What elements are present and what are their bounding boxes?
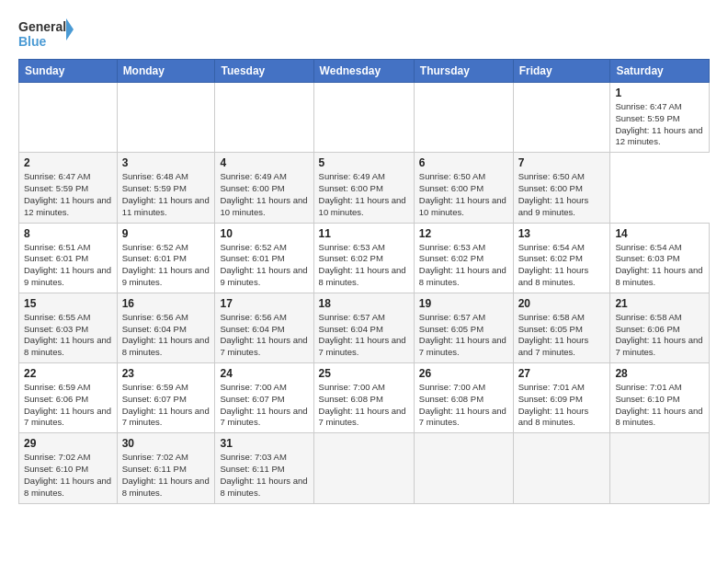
- day-number: 16: [122, 297, 210, 310]
- calendar-cell: [313, 83, 414, 153]
- day-info: Sunrise: 6:53 AMSunset: 6:02 PMDaylight:…: [419, 242, 508, 289]
- day-number: 17: [220, 297, 308, 310]
- calendar-cell: 12Sunrise: 6:53 AMSunset: 6:02 PMDayligh…: [414, 223, 513, 293]
- page: GeneralBlue SundayMondayTuesdayWednesday…: [0, 0, 728, 563]
- day-info: Sunrise: 6:59 AMSunset: 6:06 PMDaylight:…: [24, 382, 112, 429]
- svg-text:General: General: [18, 19, 66, 34]
- day-number: 2: [24, 156, 112, 169]
- calendar-cell: 5Sunrise: 6:49 AMSunset: 6:00 PMDaylight…: [313, 153, 414, 223]
- day-info: Sunrise: 7:02 AMSunset: 6:11 PMDaylight:…: [122, 452, 210, 499]
- calendar-week-row: 2Sunrise: 6:47 AMSunset: 5:59 PMDaylight…: [19, 153, 710, 223]
- calendar-cell: [513, 83, 610, 153]
- day-number: 3: [122, 156, 210, 169]
- day-number: 27: [518, 367, 606, 380]
- svg-text:Blue: Blue: [18, 34, 47, 49]
- calendar-cell: 26Sunrise: 7:00 AMSunset: 6:08 PMDayligh…: [414, 363, 513, 433]
- day-number: 28: [615, 367, 704, 380]
- day-number: 5: [319, 156, 409, 169]
- calendar-cell: 20Sunrise: 6:58 AMSunset: 6:05 PMDayligh…: [513, 293, 610, 362]
- day-number: 21: [615, 297, 704, 310]
- day-number: 25: [319, 367, 409, 380]
- day-number: 26: [419, 367, 508, 380]
- day-info: Sunrise: 6:47 AMSunset: 5:59 PMDaylight:…: [615, 101, 704, 148]
- day-info: Sunrise: 6:48 AMSunset: 5:59 PMDaylight:…: [122, 171, 210, 218]
- calendar-cell: 10Sunrise: 6:52 AMSunset: 6:01 PMDayligh…: [215, 223, 313, 293]
- weekday-header-tuesday: Tuesday: [215, 60, 313, 83]
- day-number: 10: [220, 227, 308, 240]
- calendar-cell: [215, 83, 313, 153]
- day-info: Sunrise: 6:51 AMSunset: 6:01 PMDaylight:…: [24, 242, 112, 289]
- day-info: Sunrise: 6:49 AMSunset: 6:00 PMDaylight:…: [319, 171, 409, 218]
- calendar-header-row: SundayMondayTuesdayWednesdayThursdayFrid…: [19, 60, 710, 83]
- day-number: 20: [518, 297, 606, 310]
- day-info: Sunrise: 6:54 AMSunset: 6:03 PMDaylight:…: [615, 242, 704, 289]
- weekday-header-thursday: Thursday: [414, 60, 513, 83]
- day-number: 1: [615, 86, 704, 99]
- calendar-cell: 15Sunrise: 6:55 AMSunset: 6:03 PMDayligh…: [19, 293, 118, 362]
- calendar-cell: 27Sunrise: 7:01 AMSunset: 6:09 PMDayligh…: [513, 363, 610, 433]
- day-info: Sunrise: 7:02 AMSunset: 6:10 PMDaylight:…: [24, 452, 112, 499]
- calendar-cell: 16Sunrise: 6:56 AMSunset: 6:04 PMDayligh…: [117, 293, 215, 362]
- header: GeneralBlue: [18, 17, 710, 50]
- calendar-cell: 3Sunrise: 6:48 AMSunset: 5:59 PMDaylight…: [117, 153, 215, 223]
- calendar-cell: 30Sunrise: 7:02 AMSunset: 6:11 PMDayligh…: [117, 433, 215, 503]
- calendar-cell: 18Sunrise: 6:57 AMSunset: 6:04 PMDayligh…: [313, 293, 414, 362]
- day-info: Sunrise: 7:01 AMSunset: 6:09 PMDaylight:…: [518, 382, 606, 429]
- day-info: Sunrise: 6:55 AMSunset: 6:03 PMDaylight:…: [24, 312, 112, 359]
- calendar-cell: 6Sunrise: 6:50 AMSunset: 6:00 PMDaylight…: [414, 153, 513, 223]
- weekday-header-monday: Monday: [117, 60, 215, 83]
- calendar-cell: 19Sunrise: 6:57 AMSunset: 6:05 PMDayligh…: [414, 293, 513, 362]
- day-info: Sunrise: 6:59 AMSunset: 6:07 PMDaylight:…: [122, 382, 210, 429]
- day-info: Sunrise: 7:03 AMSunset: 6:11 PMDaylight:…: [220, 452, 308, 499]
- calendar-cell: [19, 83, 118, 153]
- day-number: 9: [122, 227, 210, 240]
- day-info: Sunrise: 6:57 AMSunset: 6:05 PMDaylight:…: [419, 312, 508, 359]
- calendar-body: 1Sunrise: 6:47 AMSunset: 5:59 PMDaylight…: [19, 83, 710, 504]
- calendar-week-row: 22Sunrise: 6:59 AMSunset: 6:06 PMDayligh…: [19, 363, 710, 433]
- calendar-cell: 23Sunrise: 6:59 AMSunset: 6:07 PMDayligh…: [117, 363, 215, 433]
- day-info: Sunrise: 7:01 AMSunset: 6:10 PMDaylight:…: [615, 382, 704, 429]
- day-info: Sunrise: 6:52 AMSunset: 6:01 PMDaylight:…: [220, 242, 308, 289]
- day-number: 19: [419, 297, 508, 310]
- day-number: 4: [220, 156, 308, 169]
- calendar-cell: 25Sunrise: 7:00 AMSunset: 6:08 PMDayligh…: [313, 363, 414, 433]
- calendar-cell: [414, 433, 513, 503]
- calendar-cell: 22Sunrise: 6:59 AMSunset: 6:06 PMDayligh…: [19, 363, 118, 433]
- day-number: 8: [24, 227, 112, 240]
- day-info: Sunrise: 7:00 AMSunset: 6:07 PMDaylight:…: [220, 382, 308, 429]
- logo: GeneralBlue: [18, 17, 74, 50]
- day-number: 6: [419, 156, 508, 169]
- day-number: 14: [615, 227, 704, 240]
- day-number: 13: [518, 227, 606, 240]
- day-info: Sunrise: 6:53 AMSunset: 6:02 PMDaylight:…: [319, 242, 409, 289]
- calendar-cell: 2Sunrise: 6:47 AMSunset: 5:59 PMDaylight…: [19, 153, 118, 223]
- day-number: 12: [419, 227, 508, 240]
- calendar-cell: 14Sunrise: 6:54 AMSunset: 6:03 PMDayligh…: [610, 223, 710, 293]
- day-info: Sunrise: 6:47 AMSunset: 5:59 PMDaylight:…: [24, 171, 112, 218]
- day-number: 31: [220, 437, 308, 450]
- day-info: Sunrise: 7:00 AMSunset: 6:08 PMDaylight:…: [419, 382, 508, 429]
- calendar-cell: 7Sunrise: 6:50 AMSunset: 6:00 PMDaylight…: [513, 153, 610, 223]
- day-number: 29: [24, 437, 112, 450]
- day-info: Sunrise: 6:52 AMSunset: 6:01 PMDaylight:…: [122, 242, 210, 289]
- weekday-header-saturday: Saturday: [610, 60, 710, 83]
- day-info: Sunrise: 6:57 AMSunset: 6:04 PMDaylight:…: [319, 312, 409, 359]
- calendar-week-row: 8Sunrise: 6:51 AMSunset: 6:01 PMDaylight…: [19, 223, 710, 293]
- day-info: Sunrise: 6:54 AMSunset: 6:02 PMDaylight:…: [518, 242, 606, 289]
- calendar-cell: 31Sunrise: 7:03 AMSunset: 6:11 PMDayligh…: [215, 433, 313, 503]
- calendar-cell: 28Sunrise: 7:01 AMSunset: 6:10 PMDayligh…: [610, 363, 710, 433]
- calendar-cell: 11Sunrise: 6:53 AMSunset: 6:02 PMDayligh…: [313, 223, 414, 293]
- day-number: 15: [24, 297, 112, 310]
- calendar-week-row: 15Sunrise: 6:55 AMSunset: 6:03 PMDayligh…: [19, 293, 710, 362]
- day-number: 7: [518, 156, 606, 169]
- calendar-cell: 17Sunrise: 6:56 AMSunset: 6:04 PMDayligh…: [215, 293, 313, 362]
- calendar-week-row: 1Sunrise: 6:47 AMSunset: 5:59 PMDaylight…: [19, 83, 710, 153]
- calendar-cell: [513, 433, 610, 503]
- day-info: Sunrise: 6:50 AMSunset: 6:00 PMDaylight:…: [419, 171, 508, 218]
- day-info: Sunrise: 6:50 AMSunset: 6:00 PMDaylight:…: [518, 171, 606, 218]
- calendar-cell: 4Sunrise: 6:49 AMSunset: 6:00 PMDaylight…: [215, 153, 313, 223]
- day-info: Sunrise: 6:56 AMSunset: 6:04 PMDaylight:…: [220, 312, 308, 359]
- calendar-cell: 9Sunrise: 6:52 AMSunset: 6:01 PMDaylight…: [117, 223, 215, 293]
- day-info: Sunrise: 6:58 AMSunset: 6:05 PMDaylight:…: [518, 312, 606, 359]
- general-blue-logo-icon: GeneralBlue: [18, 17, 74, 50]
